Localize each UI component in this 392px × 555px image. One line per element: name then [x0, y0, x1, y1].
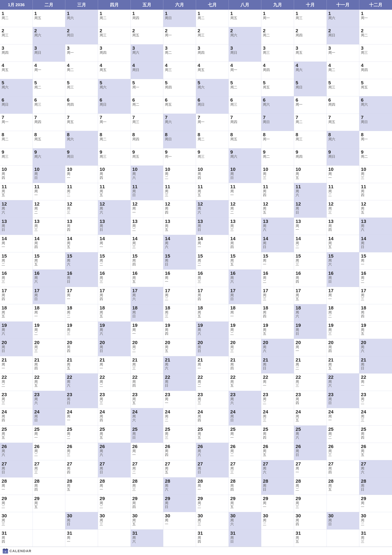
day-cell: 24周日	[229, 408, 261, 425]
day-cell: 8周六	[65, 131, 98, 148]
day-weekday: 周三	[263, 293, 292, 301]
day-cell: 10周四	[0, 166, 33, 183]
day-cell: 15周六	[327, 252, 359, 270]
day-weekday: 周日	[132, 311, 162, 318]
day-number: 26	[198, 444, 203, 449]
day-weekday: 周三	[34, 345, 64, 353]
day-weekday: 周四	[263, 189, 292, 197]
day-number: 16	[100, 270, 105, 276]
month-header-mar: 三月	[65, 0, 98, 10]
day-weekday: 周四	[100, 415, 129, 422]
day-cell: 29周日	[163, 495, 196, 512]
day-cell: 13周日	[0, 218, 33, 235]
day-cell: 10周四	[196, 166, 229, 183]
day-number: 3	[361, 45, 363, 51]
day-number: 6	[198, 97, 200, 102]
day-weekday: 周四	[2, 293, 31, 301]
day-number: 23	[67, 392, 72, 397]
day-number: 7	[2, 115, 4, 120]
day-cell: 6周三	[229, 96, 261, 114]
day-number: 22	[296, 374, 301, 380]
day-cell	[163, 530, 196, 547]
day-cell: 19周五	[261, 322, 294, 339]
day-cell: 1周六	[327, 10, 359, 27]
day-number: 29	[132, 496, 137, 501]
day-number: 2	[100, 28, 102, 33]
day-weekday: 周二	[198, 380, 227, 387]
day-weekday: 周四	[67, 467, 96, 474]
day-number: 15	[34, 253, 40, 258]
day-number: 22	[198, 374, 203, 380]
day-cell: 21周五	[65, 356, 98, 373]
day-weekday: 周一	[34, 68, 64, 72]
day-weekday: 周三	[2, 155, 31, 159]
day-number: 19	[2, 323, 7, 328]
day-cell: 27周日	[98, 460, 131, 477]
day-number: 1	[296, 11, 298, 16]
day-number: 23	[34, 392, 40, 397]
day-cell: 19周日	[294, 322, 327, 339]
day-weekday: 周二	[328, 189, 358, 197]
day-cell: 25周一	[229, 426, 261, 443]
day-weekday: 周六	[361, 224, 390, 232]
day-cell: 2周三	[196, 27, 229, 44]
day-cell: 7周六	[163, 114, 196, 131]
day-cell: 18周一	[229, 304, 261, 321]
day-cell: 20周三	[33, 339, 65, 356]
day-number: 10	[67, 167, 72, 172]
day-number: 15	[165, 253, 170, 258]
day-cell: 29周二	[196, 495, 229, 512]
day-weekday: 周二	[263, 397, 292, 405]
day-weekday: 周四	[328, 467, 358, 474]
day-cell: 26周五	[359, 443, 392, 460]
day-weekday: 周三	[198, 33, 227, 37]
day-cell: 1周五	[33, 10, 65, 27]
day-cell: 24周六	[131, 408, 164, 425]
day-cell: 4周一	[33, 62, 65, 79]
month-header-dec: 十二月	[359, 0, 392, 10]
day-cell: 15周日	[163, 252, 196, 270]
day-number: 23	[328, 392, 334, 397]
day-weekday: 周六	[263, 467, 292, 474]
day-weekday: 周五	[34, 16, 64, 20]
day-weekday: 周日	[165, 380, 194, 387]
day-weekday: 周三	[230, 345, 260, 353]
day-cell: 24周一	[65, 408, 98, 425]
day-weekday: 周三	[230, 224, 260, 232]
day-weekday: 周五	[296, 51, 325, 55]
day-cell: 12周五	[261, 200, 294, 218]
day-cell: 15周三	[294, 252, 327, 270]
day-number: 13	[34, 219, 40, 224]
day-cell: 12周五	[359, 200, 392, 218]
day-number: 16	[361, 270, 366, 276]
day-cell: 20周四	[65, 339, 98, 356]
day-weekday: 周六	[165, 120, 194, 124]
day-number: 4	[230, 63, 233, 68]
day-cell: 4周一	[229, 62, 261, 79]
day-weekday: 周二	[361, 33, 390, 37]
day-number: 6	[328, 97, 331, 102]
day-weekday: 周四	[132, 259, 162, 266]
day-cell: 27周二	[131, 460, 164, 477]
day-cell: 22周二	[98, 373, 131, 391]
day-cell: 19周四	[163, 322, 196, 339]
day-weekday: 周二	[263, 276, 292, 284]
day-number: 29	[34, 496, 40, 501]
day-cell: 23周六	[33, 391, 65, 408]
day-cell: 12周六	[0, 200, 33, 218]
day-weekday: 周日	[328, 397, 358, 405]
day-number: 1	[34, 11, 37, 16]
day-cell	[33, 512, 65, 529]
day-cell: 21周一	[98, 356, 131, 373]
day-weekday: 周一	[361, 501, 390, 509]
day-number: 10	[361, 167, 366, 172]
day-number: 7	[361, 115, 363, 120]
day-number: 14	[132, 236, 137, 241]
day-cell: 2周三	[98, 27, 131, 44]
day-cell	[327, 495, 359, 512]
day-cell: 10周一	[327, 166, 359, 183]
day-cell: 12周二	[33, 200, 65, 218]
day-cell: 15周二	[196, 252, 229, 270]
day-cell: 12周六	[196, 200, 229, 218]
day-number: 19	[100, 323, 105, 328]
